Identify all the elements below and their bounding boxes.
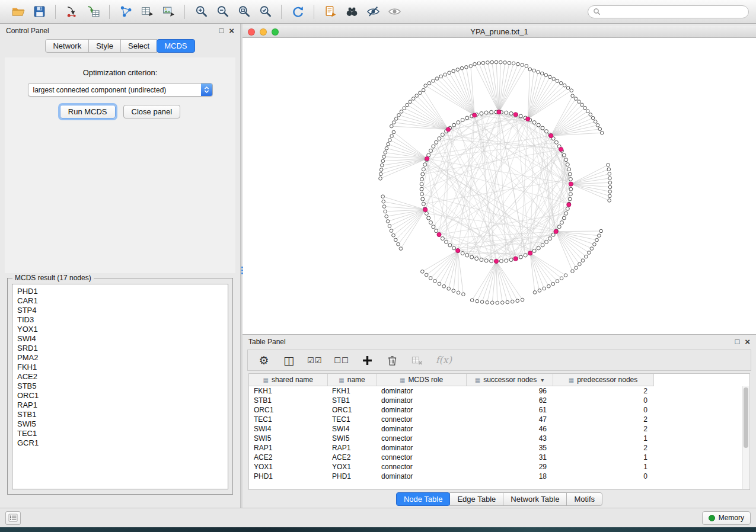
column-header-shared-name[interactable]: ▦shared name — [249, 374, 327, 386]
select-all-button[interactable]: ☑☑ — [307, 352, 322, 368]
close-window-icon[interactable] — [248, 28, 255, 36]
window-traffic-lights — [248, 28, 279, 36]
table-row[interactable]: ORC1ORC1dominator610 — [249, 405, 653, 415]
network-canvas[interactable] — [243, 38, 756, 334]
table-row[interactable]: ACE2ACE2connector311 — [249, 453, 653, 462]
close-panel-icon[interactable]: × — [229, 27, 234, 34]
close-panel-button[interactable]: Close panel — [123, 105, 181, 118]
table-header-row: ▦shared name▦name▦MCDS role▦successor no… — [249, 374, 653, 386]
cell-MCDS-role: dominator — [377, 424, 466, 434]
tab-motifs[interactable]: Motifs — [566, 492, 602, 506]
mcds-result-item[interactable]: ORC1 — [12, 391, 228, 400]
cell-name: FKH1 — [327, 386, 377, 396]
column-header-predecessor-nodes[interactable]: ▦predecessor nodes — [553, 374, 653, 386]
zoom-fit-button[interactable] — [233, 2, 254, 21]
mcds-result-item[interactable]: SWI5 — [12, 419, 228, 429]
import-network-button[interactable] — [61, 2, 82, 21]
table-scrollbar[interactable] — [742, 386, 749, 489]
mcds-result-item[interactable]: CAR1 — [12, 296, 228, 306]
mcds-result-item[interactable]: ACE2 — [12, 372, 228, 382]
memory-label: Memory — [719, 514, 744, 522]
optimization-criterion-select[interactable]: largest connected component (undirected) — [28, 83, 213, 97]
zoom-selected-button[interactable] — [254, 2, 276, 21]
deselect-all-button[interactable]: ☐☐ — [334, 352, 349, 368]
delete-button[interactable] — [386, 352, 399, 368]
column-header-MCDS-role[interactable]: ▦MCDS role — [377, 374, 466, 386]
gear-button[interactable]: ⚙ — [257, 352, 270, 368]
save-button[interactable] — [28, 2, 50, 21]
binoculars-button[interactable] — [341, 2, 362, 21]
mcds-result-item[interactable]: PMA2 — [12, 353, 228, 363]
cell-MCDS-role: dominator — [377, 396, 466, 405]
tab-style[interactable]: Style — [88, 39, 121, 53]
list-icon — [8, 512, 18, 523]
float-table-panel-icon[interactable]: □ — [735, 338, 739, 345]
tab-node-table[interactable]: Node Table — [396, 492, 451, 506]
close-table-panel-icon[interactable]: × — [745, 338, 750, 345]
split-columns-button[interactable]: ◫ — [282, 352, 295, 368]
mcds-result-item[interactable]: STB1 — [12, 410, 228, 419]
column-header-successor-nodes[interactable]: ▦successor nodes▾ — [466, 374, 553, 386]
mcds-result-item[interactable]: RAP1 — [12, 400, 228, 410]
search-icon — [592, 7, 602, 17]
tab-select[interactable]: Select — [120, 39, 157, 53]
tab-network[interactable]: Network — [45, 39, 89, 53]
mcds-result-item[interactable]: PHD1 — [12, 287, 228, 296]
mcds-result-item[interactable]: GCR1 — [12, 438, 228, 448]
mcds-result-item[interactable]: SRD1 — [12, 344, 228, 353]
clipboard-share-button[interactable] — [320, 2, 341, 21]
refresh-button[interactable] — [287, 2, 308, 21]
status-bar: Memory — [0, 508, 756, 527]
network-view-window: YPA_prune.txt_1 — [243, 24, 756, 334]
cell-name: ACE2 — [327, 453, 377, 462]
add-button[interactable] — [361, 352, 374, 368]
function-button[interactable]: f(x) — [436, 352, 452, 368]
export-image-button[interactable] — [158, 2, 179, 21]
table-row[interactable]: SWI4SWI4dominator462 — [249, 424, 653, 434]
search-input[interactable] — [604, 8, 744, 16]
open-folder-button[interactable] — [7, 2, 28, 21]
table-row[interactable]: STB1STB1dominator620 — [249, 396, 653, 405]
export-table-button[interactable] — [136, 2, 158, 21]
tab-mcds[interactable]: MCDS — [157, 39, 194, 53]
table-row[interactable]: YOX1YOX1connector291 — [249, 462, 653, 472]
mcds-result-item[interactable]: TID3 — [12, 315, 228, 325]
search-box — [588, 5, 749, 18]
control-panel-header: Control Panel □ × — [0, 24, 240, 38]
scrollbar-thumb[interactable] — [744, 387, 748, 448]
cell-name: YOX1 — [327, 462, 377, 472]
mcds-result-item[interactable]: SWI4 — [12, 334, 228, 344]
table-row[interactable]: PHD1PHD1dominator180 — [249, 472, 653, 481]
zoom-in-button[interactable] — [190, 2, 212, 21]
zoom-out-button[interactable] — [212, 2, 233, 21]
run-mcds-button[interactable]: Run MCDS — [60, 105, 116, 118]
show-panels-button[interactable] — [5, 511, 21, 525]
mcds-result-item[interactable]: STP4 — [12, 306, 228, 315]
export-image-icon — [162, 5, 176, 18]
show-eye-button[interactable] — [384, 2, 405, 21]
minimize-window-icon[interactable] — [260, 28, 267, 36]
memory-button[interactable]: Memory — [702, 511, 751, 525]
panel-splitter[interactable] — [240, 24, 243, 508]
network-graph[interactable] — [243, 38, 756, 334]
column-header-name[interactable]: ▦name — [327, 374, 377, 386]
table-row[interactable]: TEC1TEC1connector472 — [249, 415, 653, 424]
table-row[interactable]: RAP1RAP1dominator352 — [249, 443, 653, 453]
clear-table-button[interactable] — [411, 352, 424, 368]
mcds-result-item[interactable]: YOX1 — [12, 325, 228, 334]
cell-successor-nodes: 31 — [466, 453, 553, 462]
maximize-window-icon[interactable] — [272, 28, 279, 36]
mcds-result-item[interactable]: STB5 — [12, 382, 228, 391]
export-network-button[interactable] — [115, 2, 136, 21]
table-row[interactable]: SWI5SWI5connector431 — [249, 434, 653, 443]
float-panel-icon[interactable]: □ — [219, 27, 224, 34]
tab-edge-table[interactable]: Edge Table — [449, 492, 503, 506]
mcds-result-item[interactable]: FKH1 — [12, 363, 228, 372]
control-panel-tabs: NetworkStyleSelectMCDS — [0, 39, 240, 53]
toolbar-separator — [184, 5, 185, 19]
mcds-result-item[interactable]: TEC1 — [12, 429, 228, 438]
hide-eye-button[interactable] — [362, 2, 384, 21]
import-table-button[interactable] — [82, 2, 104, 21]
table-row[interactable]: FKH1FKH1dominator962 — [249, 386, 653, 396]
tab-network-table[interactable]: Network Table — [503, 492, 567, 506]
